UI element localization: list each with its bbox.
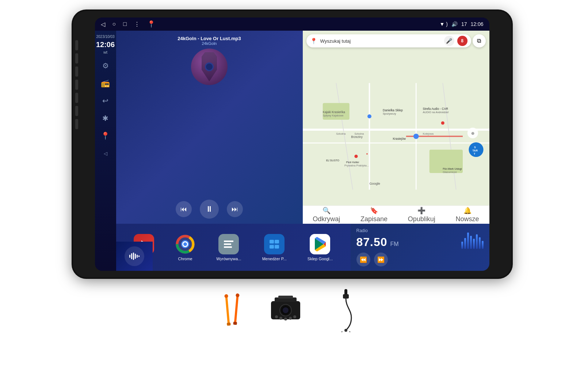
svg-text:S: S [474,146,476,149]
status-bar: ◁ ○ □ ⋮ 📍 ▼ ) 🔊 17 12:06 [95,18,489,31]
radio-next-button[interactable]: ⏩ [374,253,388,266]
map-nav-opublikuj[interactable]: ➕ Opublikuj [408,207,435,223]
svg-text:Glazurnicze: Glazurnicze [443,170,457,174]
side-back-icon[interactable]: ↩ [97,92,114,109]
app-wyrownywarka[interactable]: Wyrównywa... [216,234,241,261]
side-radio-icon[interactable]: 📻 [97,75,114,92]
map-search-bar[interactable]: 📍 Wyszukaj tutaj 🎤 8 [306,34,471,47]
svg-point-76 [275,315,278,318]
pry-tool-1 [222,294,233,327]
volume-level: 17 [461,21,467,27]
radio-bar-3 [467,232,469,249]
map-google-logo: 📍 [310,38,317,45]
radio-panel: Radio 87.50 FM [351,224,489,271]
side-icons-panel: 2023/10/03 12:06 wt ⚙ 📻 ↩ ✱ 📍 ◁ [95,31,116,271]
radio-visualizer [461,236,484,249]
svg-text:Spływy Kajakowe: Spływy Kajakowe [322,114,343,117]
map-nav-nowsze[interactable]: 🔔 Nowsze [456,207,479,223]
radio-bar-1 [461,242,463,249]
status-bar-left: ◁ ○ □ ⋮ 📍 [101,20,155,28]
app-menedzer[interactable]: Menedżer P... [262,234,287,261]
svg-point-77 [279,317,282,320]
phys-btn-2 [75,53,78,64]
pry-tool-2 [231,293,241,326]
nav-back-button[interactable]: ◁ [101,21,105,28]
app-sklep[interactable]: Sklep Googl... [308,234,333,261]
nav-home-button[interactable]: ○ [112,21,116,27]
album-art [191,49,228,85]
svg-point-45 [183,242,187,246]
chrome-app-icon [175,234,195,254]
nav-maps-icon[interactable]: 📍 [147,20,155,28]
aux-cable-svg [331,288,360,332]
prev-track-button[interactable]: ⏮ [176,201,192,217]
music-artist: 24kGoln [121,41,298,46]
nav-recent-button[interactable]: □ [123,21,127,27]
phys-btn-7 [75,119,78,129]
map-background: Kajaki Krasieńka Spływy Kajakowe Danielk… [303,31,489,224]
svg-text:T: T [474,152,476,155]
camera-svg [269,296,302,325]
svg-point-83 [344,329,347,332]
svg-text:EL'GUSTO: EL'GUSTO [326,159,339,162]
svg-point-79 [289,317,292,320]
svg-rect-59 [131,253,132,259]
svg-point-12 [354,155,358,158]
svg-text:Spożywczy: Spożywczy [383,112,396,115]
svg-rect-47 [224,243,231,245]
map-mic-button[interactable]: 🎤 [444,36,454,46]
svg-point-11 [413,134,419,139]
svg-rect-49 [270,240,274,243]
bottom-music-icon[interactable] [116,242,153,271]
map-nav-zapisane[interactable]: 🔖 Zapisane [360,207,388,223]
phys-btn-6 [75,106,78,116]
svg-text:Brzeziny: Brzeziny [351,135,363,139]
wyrownywarka-app-icon [218,234,239,254]
svg-rect-66 [226,322,230,326]
map-account-button[interactable]: 8 [457,36,467,46]
svg-text:Krasiejów: Krasiejów [393,137,406,141]
radio-bar-8 [482,241,484,249]
next-track-button[interactable]: ⏭ [227,201,243,217]
svg-rect-63 [138,255,140,257]
map-layers-button[interactable]: ⧉ [473,34,486,47]
map-bottom-bar: 🔍 Odkrywaj 🔖 Zapisane ➕ Opublikuj 🔔 [303,205,489,224]
screen: ◁ ○ □ ⋮ 📍 ▼ ) 🔊 17 12:06 2023/10/03 12:0… [95,18,489,271]
app-chrome[interactable]: Chrome [175,234,195,261]
radio-bar-7 [479,237,481,249]
side-bluetooth-icon[interactable]: ✱ [97,110,114,127]
svg-text:Google: Google [369,182,380,185]
radio-prev-button[interactable]: ⏪ [356,253,370,266]
menedzer-app-icon [264,234,285,254]
status-bar-right: ▼ ) 🔊 17 12:06 [439,21,483,27]
volume-icon: 🔊 [451,21,458,27]
map-nav-odkrywaj[interactable]: 🔍 Odkrywaj [313,207,340,223]
svg-point-75 [283,307,289,313]
main-area: 24kGoln - Love Or Lust.mp3 24kGoln ⏮ ⏸ ⏭ [116,31,489,271]
wifi-icon: ▼ ) [439,21,447,27]
phys-btn-4 [75,80,78,90]
svg-rect-61 [135,254,136,259]
accessories-section [224,288,360,332]
album-silhouette [198,52,220,81]
svg-text:Piotr Keller: Piotr Keller [346,161,359,164]
svg-point-10 [367,114,371,118]
side-extra-icon[interactable]: ◁ [97,145,114,162]
sklep-app-icon [310,234,330,254]
radio-frequency: 87.50 [356,235,388,249]
svg-rect-64 [225,294,230,323]
side-settings-icon[interactable]: ⚙ [97,57,114,74]
pause-button[interactable]: ⏸ [200,200,219,219]
aux-cable-accessory [331,288,360,332]
svg-rect-60 [133,253,134,260]
nav-more-button[interactable]: ⋮ [134,21,140,28]
svg-text:⊕: ⊕ [471,131,474,135]
side-day: wt [96,50,115,55]
chrome-app-label: Chrome [178,257,192,261]
svg-rect-62 [137,255,138,258]
svg-text:Prywatna Praktyka...: Prywatna Praktyka... [344,164,369,167]
svg-rect-50 [275,240,279,243]
svg-text:Kolejowa: Kolejowa [423,132,434,135]
svg-text:●: ● [366,152,368,155]
side-location-icon[interactable]: 📍 [97,127,114,144]
